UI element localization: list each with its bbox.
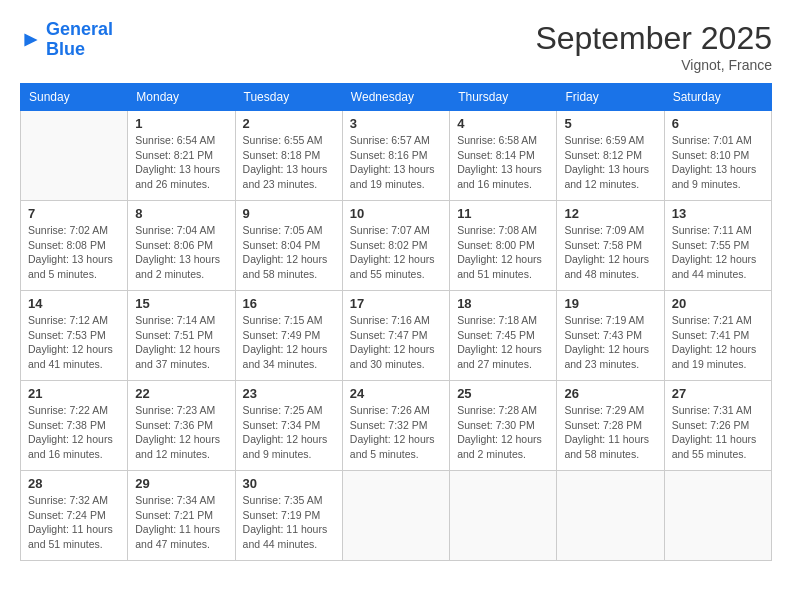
calendar-cell: 11Sunrise: 7:08 AMSunset: 8:00 PMDayligh… [450, 201, 557, 291]
day-number: 9 [243, 206, 335, 221]
logo-text: General Blue [46, 20, 113, 60]
calendar-cell: 1Sunrise: 6:54 AMSunset: 8:21 PMDaylight… [128, 111, 235, 201]
title-block: September 2025 Vignot, France [535, 20, 772, 73]
day-number: 12 [564, 206, 656, 221]
day-info: Sunrise: 6:54 AMSunset: 8:21 PMDaylight:… [135, 133, 227, 192]
day-info: Sunrise: 7:32 AMSunset: 7:24 PMDaylight:… [28, 493, 120, 552]
calendar-cell [450, 471, 557, 561]
day-number: 20 [672, 296, 764, 311]
day-info: Sunrise: 7:01 AMSunset: 8:10 PMDaylight:… [672, 133, 764, 192]
day-number: 14 [28, 296, 120, 311]
day-info: Sunrise: 7:05 AMSunset: 8:04 PMDaylight:… [243, 223, 335, 282]
day-number: 13 [672, 206, 764, 221]
calendar-cell [664, 471, 771, 561]
day-info: Sunrise: 7:19 AMSunset: 7:43 PMDaylight:… [564, 313, 656, 372]
calendar-cell: 12Sunrise: 7:09 AMSunset: 7:58 PMDayligh… [557, 201, 664, 291]
calendar-cell: 14Sunrise: 7:12 AMSunset: 7:53 PMDayligh… [21, 291, 128, 381]
calendar-cell: 28Sunrise: 7:32 AMSunset: 7:24 PMDayligh… [21, 471, 128, 561]
calendar-cell: 25Sunrise: 7:28 AMSunset: 7:30 PMDayligh… [450, 381, 557, 471]
day-info: Sunrise: 7:29 AMSunset: 7:28 PMDaylight:… [564, 403, 656, 462]
day-info: Sunrise: 7:14 AMSunset: 7:51 PMDaylight:… [135, 313, 227, 372]
day-number: 2 [243, 116, 335, 131]
calendar-cell: 18Sunrise: 7:18 AMSunset: 7:45 PMDayligh… [450, 291, 557, 381]
calendar-cell: 3Sunrise: 6:57 AMSunset: 8:16 PMDaylight… [342, 111, 449, 201]
day-number: 1 [135, 116, 227, 131]
day-info: Sunrise: 7:25 AMSunset: 7:34 PMDaylight:… [243, 403, 335, 462]
page-header: General Blue September 2025 Vignot, Fran… [20, 20, 772, 73]
day-info: Sunrise: 7:22 AMSunset: 7:38 PMDaylight:… [28, 403, 120, 462]
calendar-cell: 13Sunrise: 7:11 AMSunset: 7:55 PMDayligh… [664, 201, 771, 291]
day-number: 16 [243, 296, 335, 311]
svg-marker-0 [24, 33, 37, 46]
calendar-week-row: 7Sunrise: 7:02 AMSunset: 8:08 PMDaylight… [21, 201, 772, 291]
day-info: Sunrise: 6:58 AMSunset: 8:14 PMDaylight:… [457, 133, 549, 192]
calendar-cell: 9Sunrise: 7:05 AMSunset: 8:04 PMDaylight… [235, 201, 342, 291]
calendar-table: SundayMondayTuesdayWednesdayThursdayFrid… [20, 83, 772, 561]
calendar-cell: 23Sunrise: 7:25 AMSunset: 7:34 PMDayligh… [235, 381, 342, 471]
day-number: 25 [457, 386, 549, 401]
day-info: Sunrise: 7:02 AMSunset: 8:08 PMDaylight:… [28, 223, 120, 282]
calendar-cell [557, 471, 664, 561]
weekday-header: Monday [128, 84, 235, 111]
calendar-cell: 21Sunrise: 7:22 AMSunset: 7:38 PMDayligh… [21, 381, 128, 471]
calendar-cell: 20Sunrise: 7:21 AMSunset: 7:41 PMDayligh… [664, 291, 771, 381]
calendar-cell: 6Sunrise: 7:01 AMSunset: 8:10 PMDaylight… [664, 111, 771, 201]
calendar-cell: 17Sunrise: 7:16 AMSunset: 7:47 PMDayligh… [342, 291, 449, 381]
day-number: 10 [350, 206, 442, 221]
day-number: 8 [135, 206, 227, 221]
day-info: Sunrise: 7:08 AMSunset: 8:00 PMDaylight:… [457, 223, 549, 282]
calendar-cell [342, 471, 449, 561]
calendar-cell: 15Sunrise: 7:14 AMSunset: 7:51 PMDayligh… [128, 291, 235, 381]
calendar-cell: 2Sunrise: 6:55 AMSunset: 8:18 PMDaylight… [235, 111, 342, 201]
location: Vignot, France [535, 57, 772, 73]
logo: General Blue [20, 20, 113, 60]
weekday-header: Saturday [664, 84, 771, 111]
day-info: Sunrise: 7:28 AMSunset: 7:30 PMDaylight:… [457, 403, 549, 462]
day-number: 3 [350, 116, 442, 131]
day-info: Sunrise: 7:16 AMSunset: 7:47 PMDaylight:… [350, 313, 442, 372]
day-info: Sunrise: 7:15 AMSunset: 7:49 PMDaylight:… [243, 313, 335, 372]
day-info: Sunrise: 7:18 AMSunset: 7:45 PMDaylight:… [457, 313, 549, 372]
day-number: 11 [457, 206, 549, 221]
weekday-header: Sunday [21, 84, 128, 111]
day-info: Sunrise: 7:26 AMSunset: 7:32 PMDaylight:… [350, 403, 442, 462]
day-number: 17 [350, 296, 442, 311]
day-number: 26 [564, 386, 656, 401]
calendar-week-row: 14Sunrise: 7:12 AMSunset: 7:53 PMDayligh… [21, 291, 772, 381]
day-number: 19 [564, 296, 656, 311]
day-number: 27 [672, 386, 764, 401]
day-info: Sunrise: 6:55 AMSunset: 8:18 PMDaylight:… [243, 133, 335, 192]
day-info: Sunrise: 7:23 AMSunset: 7:36 PMDaylight:… [135, 403, 227, 462]
calendar-cell: 4Sunrise: 6:58 AMSunset: 8:14 PMDaylight… [450, 111, 557, 201]
calendar-cell: 7Sunrise: 7:02 AMSunset: 8:08 PMDaylight… [21, 201, 128, 291]
day-number: 5 [564, 116, 656, 131]
calendar-cell [21, 111, 128, 201]
weekday-header: Friday [557, 84, 664, 111]
day-info: Sunrise: 7:21 AMSunset: 7:41 PMDaylight:… [672, 313, 764, 372]
day-info: Sunrise: 7:11 AMSunset: 7:55 PMDaylight:… [672, 223, 764, 282]
calendar-week-row: 21Sunrise: 7:22 AMSunset: 7:38 PMDayligh… [21, 381, 772, 471]
calendar-cell: 24Sunrise: 7:26 AMSunset: 7:32 PMDayligh… [342, 381, 449, 471]
calendar-cell: 16Sunrise: 7:15 AMSunset: 7:49 PMDayligh… [235, 291, 342, 381]
day-number: 15 [135, 296, 227, 311]
day-info: Sunrise: 7:04 AMSunset: 8:06 PMDaylight:… [135, 223, 227, 282]
weekday-header: Tuesday [235, 84, 342, 111]
weekday-header: Thursday [450, 84, 557, 111]
day-info: Sunrise: 7:34 AMSunset: 7:21 PMDaylight:… [135, 493, 227, 552]
day-number: 6 [672, 116, 764, 131]
weekday-header: Wednesday [342, 84, 449, 111]
calendar-cell: 27Sunrise: 7:31 AMSunset: 7:26 PMDayligh… [664, 381, 771, 471]
day-info: Sunrise: 6:57 AMSunset: 8:16 PMDaylight:… [350, 133, 442, 192]
day-number: 21 [28, 386, 120, 401]
day-number: 7 [28, 206, 120, 221]
month-title: September 2025 [535, 20, 772, 57]
day-info: Sunrise: 7:07 AMSunset: 8:02 PMDaylight:… [350, 223, 442, 282]
calendar-cell: 26Sunrise: 7:29 AMSunset: 7:28 PMDayligh… [557, 381, 664, 471]
day-info: Sunrise: 7:12 AMSunset: 7:53 PMDaylight:… [28, 313, 120, 372]
day-number: 22 [135, 386, 227, 401]
calendar-cell: 5Sunrise: 6:59 AMSunset: 8:12 PMDaylight… [557, 111, 664, 201]
calendar-cell: 29Sunrise: 7:34 AMSunset: 7:21 PMDayligh… [128, 471, 235, 561]
calendar-cell: 30Sunrise: 7:35 AMSunset: 7:19 PMDayligh… [235, 471, 342, 561]
calendar-week-row: 28Sunrise: 7:32 AMSunset: 7:24 PMDayligh… [21, 471, 772, 561]
calendar-week-row: 1Sunrise: 6:54 AMSunset: 8:21 PMDaylight… [21, 111, 772, 201]
